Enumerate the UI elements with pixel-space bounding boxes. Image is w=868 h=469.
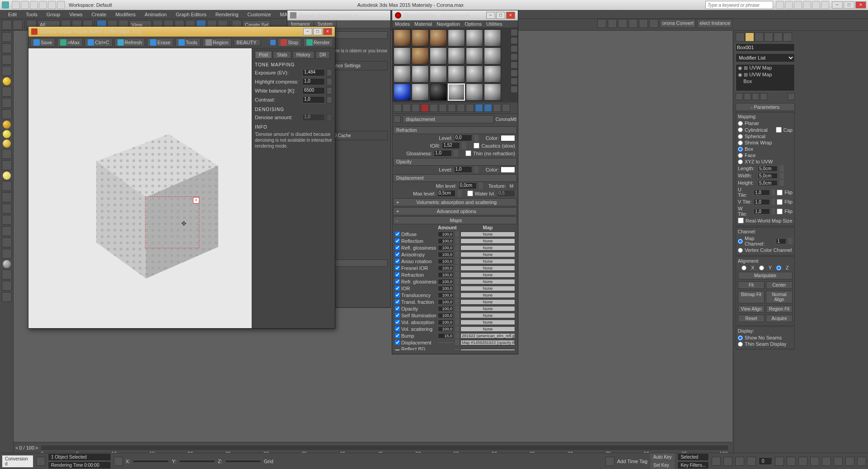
spinner[interactable] [457, 190, 462, 197]
map-enable-check[interactable] [395, 245, 400, 250]
medit-delete[interactable] [421, 104, 429, 112]
map-enable-check[interactable] [395, 265, 400, 270]
viewalign-button[interactable]: View Align [738, 305, 765, 313]
map-amount[interactable]: 100,0 [438, 286, 454, 291]
map-enable-check[interactable] [395, 252, 400, 257]
qat-button[interactable] [30, 1, 38, 9]
spinner[interactable] [455, 319, 459, 325]
left-tool[interactable] [2, 226, 12, 236]
object-name-input[interactable] [736, 43, 795, 51]
motion-tab[interactable] [764, 33, 773, 42]
time-slider[interactable]: <0 / 100> 051015202530354045505560657075… [14, 442, 732, 453]
help-search-input[interactable] [705, 1, 773, 9]
regionfit-button[interactable]: Region Fit [766, 305, 793, 313]
opac-color-swatch[interactable] [501, 167, 515, 173]
spinner[interactable] [772, 199, 775, 205]
spinner[interactable] [474, 135, 479, 141]
map-slot-button[interactable]: None [460, 259, 515, 264]
material-name-combo[interactable]: displacmenet [403, 115, 494, 123]
left-tool[interactable] [2, 32, 12, 42]
left-tool[interactable] [2, 292, 12, 302]
stack-item[interactable]: ◉ ⊞ UVW Map [736, 71, 794, 78]
material-slot[interactable] [394, 84, 411, 101]
channel-combo[interactable]: BEAUTY [234, 39, 261, 46]
material-slot[interactable] [430, 29, 447, 46]
map-amount[interactable]: 100,0 [438, 306, 454, 311]
map-slot-button[interactable]: Map #1459281923 (opacity.tif) [460, 340, 515, 345]
titlebar-icon[interactable] [812, 1, 820, 9]
map-slot-button[interactable]: None [460, 299, 515, 305]
workspace-label[interactable]: Workspace: Default [69, 2, 112, 8]
vertexcolor-radio[interactable] [738, 248, 743, 253]
setkey-button[interactable]: Set Key [650, 461, 675, 469]
map-amount[interactable]: 100,0 [438, 299, 454, 305]
medit-tool[interactable] [502, 104, 510, 112]
spinner[interactable] [474, 166, 479, 173]
maximize-button[interactable]: □ [496, 12, 505, 19]
spinner[interactable] [455, 258, 459, 264]
script-listener[interactable]: Conversion d [2, 455, 33, 468]
stack-tool[interactable] [736, 93, 743, 100]
map-amount[interactable]: 100,0 [438, 279, 454, 284]
modify-tab[interactable] [745, 33, 754, 42]
map-amount[interactable]: 100,0 [438, 293, 454, 298]
spinner[interactable] [455, 272, 459, 278]
tab-dr[interactable]: DR [315, 51, 330, 59]
material-slot[interactable] [466, 65, 483, 83]
menu-options[interactable]: Options [464, 21, 482, 27]
material-slot[interactable] [466, 47, 483, 65]
center-button[interactable]: Center [766, 281, 793, 289]
spinner[interactable] [779, 180, 784, 186]
tab-post[interactable]: Post [255, 51, 272, 59]
spinner[interactable] [779, 172, 784, 179]
tools-button[interactable]: Tools [175, 38, 201, 47]
menu-animation[interactable]: Animation [140, 12, 171, 17]
x-radio[interactable] [741, 265, 746, 270]
medit-titlebar[interactable]: Material Editor - displacmenet − □ × [392, 10, 518, 20]
status-button[interactable] [36, 457, 45, 466]
sphere-icon[interactable] [3, 139, 11, 148]
map-enable-check[interactable] [395, 293, 400, 297]
displacement-rollout[interactable]: Displacement [393, 174, 517, 182]
material-slot[interactable] [412, 47, 429, 65]
spinner[interactable] [479, 182, 483, 189]
material-slot[interactable] [430, 47, 447, 65]
close-button[interactable]: × [506, 12, 515, 19]
play-end[interactable] [747, 457, 756, 466]
medit-tool[interactable] [484, 104, 492, 112]
sphere-icon[interactable] [3, 121, 11, 129]
map-enable-check[interactable] [395, 333, 400, 338]
disp-max[interactable]: 0,5cm [437, 190, 455, 197]
utilities-tab[interactable] [783, 33, 792, 42]
maximize-button[interactable]: □ [313, 28, 322, 35]
toolbar-button[interactable] [13, 20, 23, 30]
left-tool[interactable] [2, 237, 12, 247]
slot-tool[interactable] [511, 37, 518, 44]
map-slot-button[interactable]: None [460, 286, 515, 291]
spinner[interactable] [454, 150, 458, 157]
maximize-button[interactable]: □ [844, 1, 854, 9]
map-amount[interactable]: 100,0 [438, 259, 454, 264]
material-type[interactable]: CoronaMtl [496, 117, 516, 122]
map-slot-button[interactable]: None [460, 252, 515, 257]
spinner[interactable] [772, 208, 775, 214]
medit-tool[interactable] [466, 104, 474, 112]
medit-tool[interactable] [439, 104, 447, 112]
keymode-combo[interactable]: Selected [677, 453, 709, 461]
slot-tool[interactable] [511, 61, 518, 69]
map-slot-button[interactable]: None [460, 279, 515, 284]
spinner[interactable] [455, 251, 459, 257]
medit-tool[interactable] [430, 104, 438, 112]
display-tab[interactable] [774, 33, 783, 42]
menu-edit[interactable]: Edit [4, 12, 21, 17]
minimize-button[interactable]: − [486, 12, 495, 19]
map-amount[interactable]: 100,0 [438, 245, 454, 251]
slot-tool[interactable] [511, 45, 518, 52]
region-close-button[interactable]: × [193, 197, 199, 204]
material-slot[interactable] [394, 47, 411, 65]
minimize-button[interactable]: − [303, 28, 312, 35]
spinner-arrows[interactable] [327, 69, 332, 76]
qat-button[interactable] [57, 1, 65, 9]
play-button[interactable] [723, 457, 732, 466]
toolbar-button[interactable] [2, 20, 12, 30]
